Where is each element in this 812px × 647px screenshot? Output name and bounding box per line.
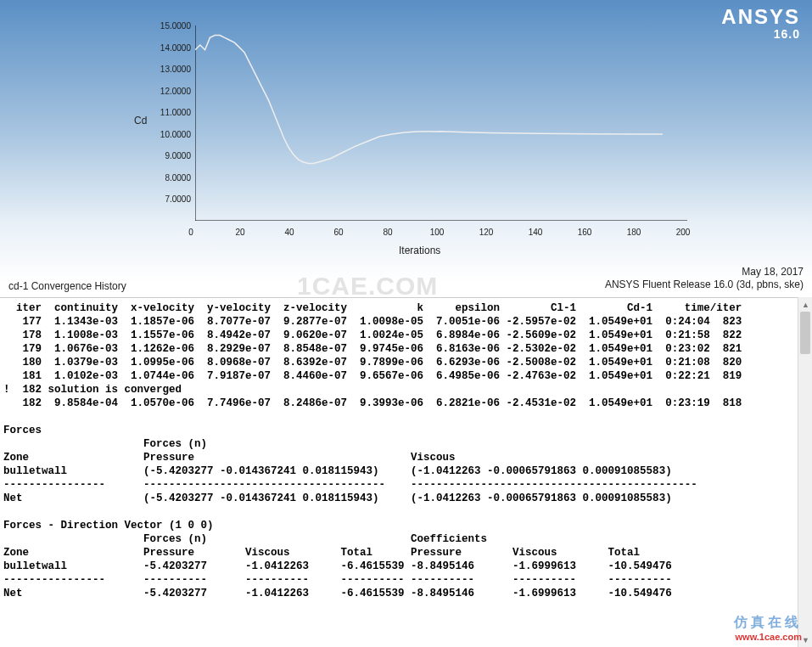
chart-meta: May 18, 2017 ANSYS Fluent Release 16.0 (…	[605, 266, 804, 292]
text-console[interactable]: iter continuity x-velocity y-velocity z-…	[0, 297, 812, 647]
scroll-thumb[interactable]	[800, 312, 810, 354]
watermark: 1CAE.COM	[297, 272, 438, 301]
scroll-up-button[interactable]: ▲	[798, 297, 812, 312]
convergence-line-chart	[195, 25, 687, 221]
y-axis-ticks: 15.0000 14.0000 13.0000 12.0000 11.0000 …	[157, 22, 191, 217]
brand-name: ANSYS	[721, 7, 800, 27]
console-scrollbar[interactable]: ▲ ▼	[798, 297, 812, 647]
y-axis-label: Cd	[134, 115, 147, 127]
ansys-logo: ANSYS 16.0	[721, 7, 800, 41]
footer-watermark: 仿真在线 www.1cae.com	[734, 614, 802, 642]
chart-panel: ANSYS 16.0 Cd Iterations 15.0000 14.0000…	[0, 0, 812, 297]
x-axis-label: Iterations	[399, 245, 440, 256]
chart-date: May 18, 2017	[605, 266, 804, 279]
chart-release: ANSYS Fluent Release 16.0 (3d, pbns, ske…	[605, 278, 804, 292]
scroll-track[interactable]	[798, 312, 812, 633]
brand-version: 16.0	[721, 27, 800, 41]
chart-title: cd-1 Convergence History	[8, 280, 126, 292]
